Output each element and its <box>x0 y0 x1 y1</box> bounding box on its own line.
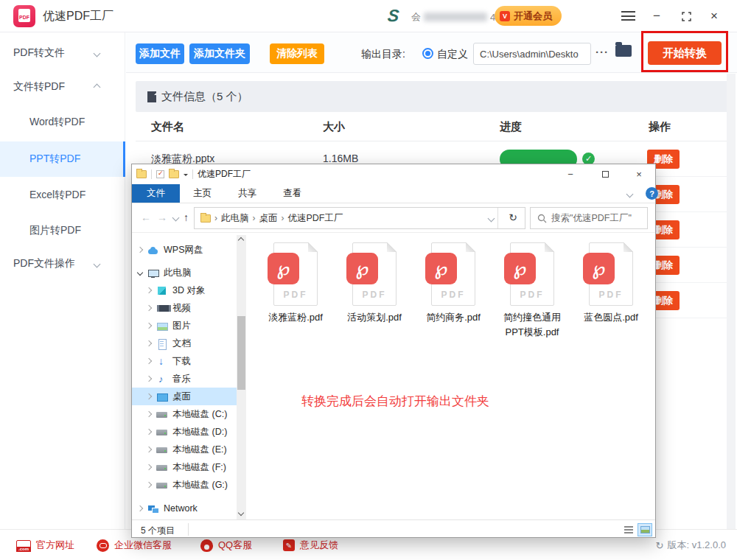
tree-label: 本地磁盘 (G:) <box>172 479 228 491</box>
explorer-window: 优速PDF工厂 − × 文件 主页 共享 查看 ← → ↑ › 此电脑 › 桌面 <box>131 164 656 538</box>
tree-item-videos[interactable]: 视频 <box>132 299 247 317</box>
tree-item-this-pc[interactable]: 此电脑 <box>132 264 247 281</box>
forward-button[interactable]: → <box>157 211 167 223</box>
history-dropdown-icon[interactable] <box>172 214 180 222</box>
properties-check-icon[interactable] <box>156 170 164 178</box>
group-label: PDF文件操作 <box>13 257 75 270</box>
output-path-input[interactable] <box>473 43 591 65</box>
explorer-maximize-button[interactable] <box>593 166 618 183</box>
search-input[interactable]: 搜索"优速PDF工厂" <box>530 207 648 229</box>
expand-arrow-icon[interactable] <box>146 323 152 329</box>
help-button[interactable] <box>646 187 658 200</box>
tree-label: 本地磁盘 (D:) <box>172 426 227 438</box>
tree-item-documents[interactable]: 文档 <box>132 335 247 352</box>
expand-arrow-icon[interactable] <box>146 358 152 364</box>
quick-access-dropdown-icon[interactable] <box>184 174 188 178</box>
collapse-arrow-icon[interactable] <box>137 270 143 276</box>
chevron-down-icon <box>94 49 101 57</box>
refresh-icon[interactable]: ↻ <box>656 540 664 551</box>
back-button[interactable]: ← <box>141 211 151 223</box>
breadcrumb-this-pc[interactable]: 此电脑 <box>221 212 249 225</box>
tree-item-drive-g[interactable]: 本地磁盘 (G:) <box>132 476 247 494</box>
menu-button[interactable] <box>621 11 635 21</box>
sidebar-group-pdf-ops[interactable]: PDF文件操作 <box>0 253 125 275</box>
breadcrumb-separator: › <box>282 213 284 223</box>
tree-item-pictures[interactable]: 图片 <box>132 317 247 335</box>
file-tile-pdf[interactable]: PDF 简约商务.pdf <box>416 242 490 339</box>
document-icon <box>147 91 156 102</box>
tab-home[interactable]: 主页 <box>180 184 225 203</box>
open-folder-icon[interactable] <box>615 45 632 57</box>
file-tile-pdf[interactable]: PDF 淡雅蓝粉.pdf <box>259 242 332 339</box>
folder-icon <box>200 214 211 223</box>
folder-icon[interactable] <box>169 170 179 178</box>
breadcrumb-desktop[interactable]: 桌面 <box>259 212 278 225</box>
tree-scrollbar[interactable] <box>237 235 246 519</box>
expand-arrow-icon[interactable] <box>146 482 152 488</box>
refresh-icon[interactable]: ↻ <box>509 211 517 223</box>
ribbon-expand-icon[interactable] <box>626 191 634 198</box>
scrollbar-thumb[interactable] <box>237 316 245 390</box>
tree-label: 图片 <box>172 320 191 332</box>
add-file-button[interactable]: 添加文件 <box>136 43 184 64</box>
tree-item-network[interactable]: Network <box>132 500 247 517</box>
file-tile-pdf[interactable]: PDF 蓝色圆点.pdf <box>574 242 648 339</box>
tree-item-drive-e[interactable]: 本地磁盘 (E:) <box>132 441 247 458</box>
thumbnail-view-button[interactable] <box>638 523 652 536</box>
address-box[interactable]: › 此电脑 › 桌面 › 优速PDF工厂 ↻ <box>194 207 525 229</box>
minimize-button[interactable]: − <box>647 7 666 25</box>
sidebar-item-word-to-pdf[interactable]: Word转PDF <box>0 105 125 140</box>
custom-radio[interactable] <box>422 48 433 59</box>
sidebar-item-excel-to-pdf[interactable]: Excel转PDF <box>0 178 125 213</box>
tree-item-drive-c[interactable]: 本地磁盘 (C:) <box>132 405 247 423</box>
tab-view[interactable]: 查看 <box>270 184 315 203</box>
tree-item-drive-d[interactable]: 本地磁盘 (D:) <box>132 423 247 441</box>
tree-item-desktop[interactable]: 桌面 <box>132 388 237 405</box>
browse-more-button[interactable]: ··· <box>595 46 609 58</box>
expand-arrow-icon[interactable] <box>146 305 152 311</box>
tree-item-drive-f[interactable]: 本地磁盘 (F:) <box>132 458 247 476</box>
tab-share[interactable]: 共享 <box>225 184 270 203</box>
close-button[interactable]: × <box>705 7 724 25</box>
expand-arrow-icon[interactable] <box>146 340 152 346</box>
explorer-minimize-button[interactable]: − <box>558 166 583 183</box>
expand-arrow-icon[interactable] <box>137 505 143 511</box>
expand-arrow-icon[interactable] <box>146 376 152 382</box>
explorer-close-button[interactable]: × <box>626 166 652 183</box>
sidebar-group-pdf-to-file[interactable]: PDF转文件 <box>0 42 125 64</box>
member-prefix: 会 <box>411 10 421 24</box>
start-convert-button[interactable]: 开始转换 <box>648 41 722 65</box>
expand-arrow-icon[interactable] <box>146 411 152 417</box>
sidebar-item-ppt-to-pdf[interactable]: PPT转PDF <box>0 141 125 177</box>
file-tile-pdf[interactable]: PDF 简约撞色通用PPT模板.pdf <box>495 242 569 339</box>
tree-label: 本地磁盘 (F:) <box>172 461 226 474</box>
breadcrumb-folder[interactable]: 优速PDF工厂 <box>288 212 343 225</box>
tab-file[interactable]: 文件 <box>132 184 180 203</box>
expand-arrow-icon[interactable] <box>146 464 152 470</box>
sidebar-item-image-to-pdf[interactable]: 图片转PDF <box>0 213 125 248</box>
scroll-down-icon[interactable] <box>238 510 244 516</box>
explorer-titlebar[interactable]: 优速PDF工厂 − × <box>132 164 655 184</box>
main-scrollbar-track[interactable] <box>727 74 736 529</box>
open-vip-button[interactable]: 开通会员 <box>495 6 562 26</box>
scroll-up-icon[interactable] <box>238 237 244 243</box>
tree-item-music[interactable]: 音乐 <box>132 370 247 388</box>
tree-item-downloads[interactable]: 下载 <box>132 352 247 370</box>
sidebar-group-file-to-pdf[interactable]: 文件转PDF <box>0 76 125 98</box>
expand-arrow-icon[interactable] <box>146 447 152 452</box>
expand-arrow-icon[interactable] <box>146 393 152 399</box>
clear-list-button[interactable]: 清除列表 <box>270 43 324 64</box>
tree-item-3d-objects[interactable]: 3D 对象 <box>132 281 247 299</box>
maximize-button[interactable] <box>677 7 696 25</box>
file-tile-pdf[interactable]: PDF 活动策划.pdf <box>338 242 411 339</box>
drive-icon <box>156 444 167 455</box>
official-site-link[interactable]: 官方网址 <box>16 530 74 560</box>
expand-arrow-icon[interactable] <box>146 287 152 293</box>
up-button[interactable]: ↑ <box>184 211 189 223</box>
address-dropdown-icon[interactable] <box>488 215 495 223</box>
tree-item-wps-cloud[interactable]: WPS网盘 <box>132 241 247 259</box>
details-view-button[interactable] <box>621 523 636 536</box>
expand-arrow-icon[interactable] <box>146 429 152 435</box>
expand-arrow-icon[interactable] <box>137 247 143 253</box>
add-folder-button[interactable]: 添加文件夹 <box>189 43 250 64</box>
